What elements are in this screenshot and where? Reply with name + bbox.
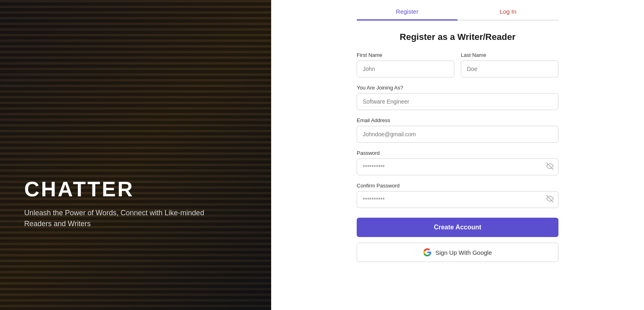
- password-toggle-icon[interactable]: [546, 162, 554, 171]
- left-panel: CHATTER Unleash the Power of Words, Conn…: [0, 0, 271, 310]
- right-panel: Register Log In Register as a Writer/Rea…: [271, 0, 644, 310]
- google-signup-label: Sign Up With Google: [435, 249, 492, 256]
- tab-register[interactable]: Register: [357, 4, 458, 20]
- register-form: Register as a Writer/Reader First Name L…: [357, 32, 558, 274]
- joining-as-input[interactable]: [357, 93, 558, 110]
- google-icon: [423, 248, 431, 256]
- first-name-input[interactable]: [357, 60, 454, 77]
- confirm-password-label: Confirm Password: [357, 183, 558, 189]
- joining-as-group: You Are Joining As?: [357, 85, 558, 110]
- password-label: Password: [357, 150, 558, 156]
- tab-login[interactable]: Log In: [458, 4, 558, 20]
- bottom-spacer: [357, 262, 558, 274]
- name-row: First Name Last Name: [357, 52, 558, 77]
- email-input[interactable]: [357, 126, 558, 143]
- confirm-password-toggle-icon[interactable]: [546, 195, 554, 204]
- last-name-group: Last Name: [461, 52, 558, 77]
- first-name-label: First Name: [357, 52, 454, 58]
- password-wrapper: [357, 158, 558, 175]
- confirm-password-input[interactable]: [357, 191, 558, 208]
- create-account-button[interactable]: Create Account: [357, 218, 558, 237]
- password-group: Password: [357, 150, 558, 175]
- password-input[interactable]: [357, 158, 558, 175]
- google-signup-button[interactable]: Sign Up With Google: [357, 243, 558, 262]
- confirm-password-group: Confirm Password: [357, 183, 558, 208]
- email-group: Email Address: [357, 117, 558, 143]
- form-title: Register as a Writer/Reader: [357, 32, 558, 42]
- brand-subtitle: Unleash the Power of Words, Connect with…: [24, 208, 226, 229]
- brand-title: CHATTER: [24, 177, 247, 201]
- confirm-password-wrapper: [357, 191, 558, 208]
- last-name-label: Last Name: [461, 52, 558, 58]
- email-label: Email Address: [357, 117, 558, 123]
- dark-overlay: [0, 0, 271, 310]
- last-name-input[interactable]: [461, 60, 558, 77]
- joining-as-label: You Are Joining As?: [357, 85, 558, 91]
- brand-content: CHATTER Unleash the Power of Words, Conn…: [24, 177, 247, 229]
- tab-bar: Register Log In: [357, 4, 558, 21]
- first-name-group: First Name: [357, 52, 454, 77]
